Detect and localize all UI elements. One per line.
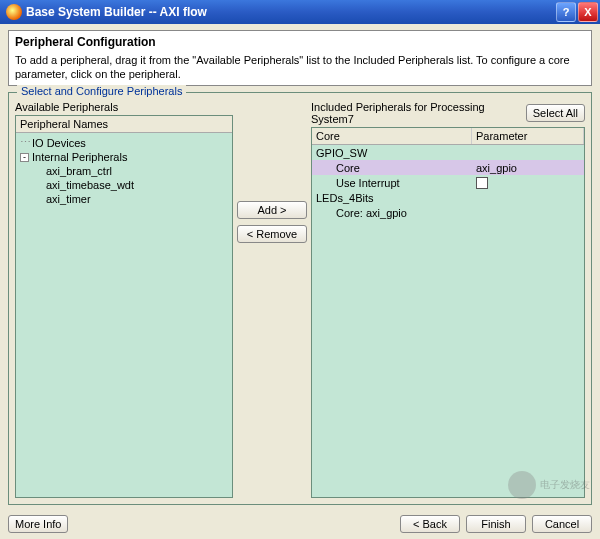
finish-button[interactable]: Finish	[466, 515, 526, 533]
col-header-core[interactable]: Core	[312, 128, 472, 144]
tree-label: axi_bram_ctrl	[46, 165, 112, 177]
titlebar: Base System Builder -- AXI flow ? X	[0, 0, 600, 24]
description-box: Peripheral Configuration To add a periph…	[8, 30, 592, 86]
tree-dots-icon: ⋯	[20, 136, 29, 149]
cell-param[interactable]	[472, 176, 584, 190]
cell-param	[472, 197, 584, 199]
tree-leaf[interactable]: axi_bram_ctrl	[18, 164, 230, 178]
included-row[interactable]: Use Interrupt	[312, 175, 584, 190]
included-label: Included Peripherals for Processing Syst…	[311, 101, 522, 125]
description-body: To add a peripheral, drag it from the "A…	[15, 53, 585, 82]
included-columns: Core Parameter	[312, 128, 584, 145]
included-row[interactable]: LEDs_4Bits	[312, 190, 584, 205]
tree-label: axi_timer	[46, 193, 91, 205]
help-button[interactable]: ?	[556, 2, 576, 22]
included-body[interactable]: GPIO_SW Core axi_gpio Use Interrupt	[312, 145, 584, 497]
tree-label: axi_timebase_wdt	[46, 179, 134, 191]
footer: More Info < Back Finish Cancel	[8, 509, 592, 533]
cell-core: GPIO_SW	[312, 146, 472, 160]
fieldset-legend: Select and Configure Peripherals	[17, 85, 186, 97]
cell-core: Core	[312, 161, 472, 175]
included-row[interactable]: Core axi_gpio	[312, 160, 584, 175]
tree-leaf[interactable]: axi_timebase_wdt	[18, 178, 230, 192]
cell-param	[472, 152, 584, 154]
collapse-icon[interactable]: -	[20, 153, 29, 162]
cell-core: Use Interrupt	[312, 176, 472, 190]
add-button[interactable]: Add >	[237, 201, 307, 219]
tree-label: Internal Peripherals	[32, 151, 127, 163]
available-tree[interactable]: ⋯ IO Devices - Internal Peripherals axi_…	[16, 133, 232, 497]
cell-core: Core: axi_gpio	[312, 206, 472, 220]
available-header: Peripheral Names	[16, 116, 232, 133]
available-label: Available Peripherals	[15, 101, 233, 113]
select-all-button[interactable]: Select All	[526, 104, 585, 122]
more-info-button[interactable]: More Info	[8, 515, 68, 533]
peripherals-fieldset: Select and Configure Peripherals Availab…	[8, 92, 592, 505]
included-box: Core Parameter GPIO_SW Core axi_gpio	[311, 127, 585, 498]
tree-node-internal[interactable]: - Internal Peripherals	[18, 150, 230, 164]
cell-core: LEDs_4Bits	[312, 191, 472, 205]
app-icon	[6, 4, 22, 20]
cell-param: axi_gpio	[472, 161, 584, 175]
cell-param	[472, 212, 584, 214]
close-button[interactable]: X	[578, 2, 598, 22]
window-title: Base System Builder -- AXI flow	[26, 5, 556, 19]
cancel-button[interactable]: Cancel	[532, 515, 592, 533]
tree-label: IO Devices	[32, 137, 86, 149]
back-button[interactable]: < Back	[400, 515, 460, 533]
included-row[interactable]: Core: axi_gpio	[312, 205, 584, 220]
tree-node-io-devices[interactable]: ⋯ IO Devices	[18, 135, 230, 150]
tree-leaf[interactable]: axi_timer	[18, 192, 230, 206]
included-row[interactable]: GPIO_SW	[312, 145, 584, 160]
use-interrupt-checkbox[interactable]	[476, 177, 488, 189]
remove-button[interactable]: < Remove	[237, 225, 307, 243]
col-header-parameter[interactable]: Parameter	[472, 128, 584, 144]
description-title: Peripheral Configuration	[15, 35, 585, 51]
available-box: Peripheral Names ⋯ IO Devices - Internal…	[15, 115, 233, 498]
